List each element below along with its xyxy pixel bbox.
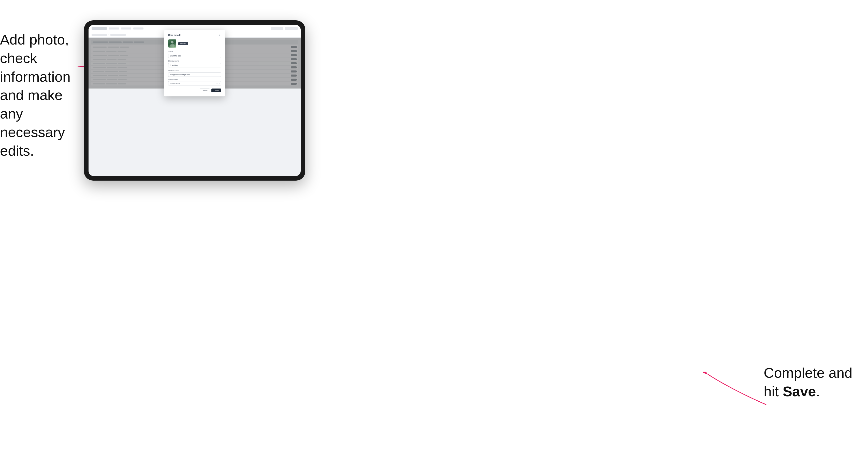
header-right bbox=[271, 27, 298, 30]
save-icon: ↑ bbox=[213, 90, 214, 91]
right-annotation: Complete and hit Save. bbox=[764, 364, 860, 401]
breadcrumb-2 bbox=[111, 34, 126, 36]
name-field-group: Name bbox=[168, 51, 221, 58]
nav-item-1 bbox=[109, 28, 119, 30]
nav-item-3 bbox=[133, 28, 144, 30]
tablet-screen: / bbox=[89, 25, 301, 176]
school-year-label: School Year bbox=[168, 79, 221, 81]
nav-item-2 bbox=[121, 28, 131, 30]
chevron-down-icon: ⌄ bbox=[219, 83, 220, 85]
upload-button[interactable]: Upload bbox=[178, 42, 188, 45]
cancel-button[interactable]: Cancel bbox=[200, 89, 210, 92]
email-field-group: Email address bbox=[168, 69, 221, 77]
user-photo-thumbnail bbox=[168, 39, 176, 48]
header-btn-2 bbox=[285, 27, 298, 30]
person-silhouette bbox=[170, 40, 175, 46]
name-input[interactable] bbox=[168, 54, 221, 58]
select-clear-icon[interactable]: × bbox=[216, 83, 218, 84]
display-name-field-group: Display name bbox=[168, 60, 221, 67]
display-name-input[interactable] bbox=[168, 63, 221, 67]
right-arrow bbox=[703, 372, 769, 407]
email-input[interactable] bbox=[168, 72, 221, 77]
close-button[interactable]: × bbox=[219, 34, 221, 36]
left-annotation: Add photo, check information and make an… bbox=[0, 31, 87, 160]
modal-title-bar: User details × bbox=[168, 34, 221, 36]
modal-title: User details bbox=[168, 34, 181, 36]
user-details-modal: User details × bbox=[164, 30, 225, 96]
app-main: User details × bbox=[89, 38, 301, 89]
svg-point-2 bbox=[171, 41, 174, 43]
tablet-frame: / bbox=[84, 20, 305, 181]
display-name-label: Display name bbox=[168, 60, 221, 62]
name-label: Name bbox=[168, 51, 221, 53]
modal-footer: Cancel ↑ Save bbox=[168, 89, 221, 92]
photo-upload-row: Upload bbox=[168, 39, 221, 48]
app-logo bbox=[92, 27, 107, 30]
save-button[interactable]: ↑ Save bbox=[211, 89, 221, 92]
school-year-select-wrapper: Fourth Year First Year Second Year Third… bbox=[168, 81, 221, 86]
photo-person bbox=[168, 39, 176, 48]
header-btn-1 bbox=[271, 27, 283, 30]
school-year-select[interactable]: Fourth Year First Year Second Year Third… bbox=[168, 81, 221, 86]
breadcrumb-1 bbox=[92, 34, 107, 36]
school-year-field-group: School Year Fourth Year First Year Secon… bbox=[168, 79, 221, 86]
email-label: Email address bbox=[168, 69, 221, 71]
modal-overlay: User details × bbox=[89, 38, 301, 89]
svg-point-3 bbox=[170, 44, 175, 46]
